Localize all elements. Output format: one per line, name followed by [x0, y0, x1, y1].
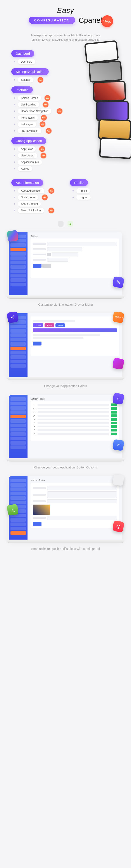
- magenta-swatch-icon: [113, 358, 124, 370]
- icon-glyph: ⤺: [33, 407, 36, 410]
- new-badge-icon: New: [46, 128, 51, 134]
- sidebar-item: [10, 283, 26, 286]
- item-chip: Send Notification: [18, 208, 44, 213]
- sidebar-item: [10, 355, 26, 359]
- bullet-icon: [14, 210, 15, 211]
- sidebar-item: [10, 518, 26, 522]
- sidebar-item: [10, 256, 26, 260]
- two-column-sections: App Information About Application New So…: [3, 175, 128, 213]
- item-chip: Application Info: [18, 159, 42, 165]
- page-root: Easy CONFIGURATION Cpanel Update Manage …: [0, 0, 131, 561]
- list-item: App Color New: [14, 146, 120, 152]
- sidebar-item: [10, 364, 26, 368]
- new-badge-icon: New: [48, 208, 54, 213]
- edit-button[interactable]: [111, 411, 117, 413]
- showcase-4: ◬ ◎ Push Notification: [9, 476, 122, 542]
- color-slider[interactable]: [33, 329, 117, 332]
- send-button[interactable]: [33, 522, 42, 526]
- bullet-icon: [14, 79, 15, 81]
- sidebar-item: [10, 501, 26, 504]
- list-item: Header Icon Navigation New: [14, 108, 120, 114]
- item-chip: About Application: [18, 188, 44, 193]
- sidebar-item: [10, 252, 26, 255]
- sidebar-item: [10, 437, 26, 440]
- sidebar-item: [10, 523, 26, 526]
- item-chip: Logout: [77, 195, 91, 200]
- edit-button[interactable]: [111, 407, 117, 410]
- new-badge-icon: New: [40, 121, 45, 127]
- app-info-items: About Application New Social Items New S…: [11, 188, 61, 213]
- item-chip: List Pages: [18, 122, 36, 127]
- sidebar-item: [10, 419, 26, 423]
- edit-button[interactable]: [111, 429, 117, 432]
- item-chip: User-Agent: [18, 153, 37, 158]
- list-item: Logout: [73, 195, 120, 200]
- new-badge-icon: New: [42, 194, 48, 200]
- section-head-config: Config Application: [11, 137, 46, 144]
- item-chip: Menu Items: [18, 115, 38, 120]
- item-chip: List Boarding: [18, 102, 39, 107]
- list-item: Share Content: [14, 201, 61, 207]
- save-button[interactable]: [33, 264, 42, 268]
- section-head-profile: Profile: [70, 179, 88, 186]
- interface-items: Splash Screen New List Boarding New Head…: [11, 95, 120, 133]
- caption-2: Change your Application Colors: [3, 384, 128, 388]
- bullet-icon: [14, 203, 15, 205]
- item-chip: Settings: [18, 77, 33, 83]
- edit-button[interactable]: [111, 433, 117, 435]
- edit-button[interactable]: [111, 414, 117, 417]
- color-tags: Primary Accent Button: [33, 323, 117, 327]
- bullet-icon: [14, 111, 15, 112]
- sidebar-item: [10, 441, 26, 444]
- apple-icon: [58, 221, 63, 227]
- tag: Accent: [45, 323, 54, 327]
- sidebar-item: [10, 338, 26, 341]
- admin-main: Edit List: [28, 232, 122, 296]
- cancel-button[interactable]: [42, 264, 51, 268]
- edit-button[interactable]: [111, 418, 117, 421]
- admin-card: [31, 483, 119, 528]
- list-item: Splash Screen New: [14, 95, 120, 101]
- bullet-icon: [73, 190, 74, 191]
- panel-title: Left Icon Header: [31, 398, 119, 400]
- list-item: Social Items New: [14, 195, 61, 200]
- sidebar-item: [10, 410, 26, 414]
- sidebar-item: [10, 527, 26, 530]
- configuration-pill: CONFIGURATION: [29, 17, 75, 24]
- admin-main: Left Icon Header ← ⤺ ⟵ A ✕ ⌂ ≡ ↗ ✎: [28, 395, 122, 458]
- edit-button[interactable]: [111, 425, 117, 428]
- admin-main: Primary Accent Button: [28, 313, 122, 377]
- save-button[interactable]: [33, 342, 42, 345]
- sidebar-item: [10, 278, 26, 282]
- sidebar-item: [10, 432, 26, 436]
- caption-3: Change your Logo Application ,Button Opt…: [3, 466, 128, 469]
- profile-column: Profile Profile Logout: [70, 175, 120, 213]
- subtitle: Manage your app content from Admin Panel…: [31, 33, 100, 42]
- new-badge-icon: New: [43, 102, 48, 107]
- edit-button[interactable]: [111, 422, 117, 424]
- admin-main: Push Notification: [28, 476, 122, 539]
- share-icon: [7, 311, 18, 323]
- tag: Primary: [33, 323, 43, 327]
- sidebar-item: [10, 329, 26, 333]
- list-item: User-Agent New: [14, 153, 120, 158]
- list-item: Profile: [73, 188, 120, 193]
- laptop-base: [7, 377, 124, 380]
- bullet-icon: [14, 97, 15, 99]
- sidebar-item: [10, 397, 26, 401]
- sidebar-item: [10, 428, 26, 432]
- list-item: Send Notification New: [14, 208, 61, 213]
- item-chip: Profile: [77, 188, 90, 193]
- list-item: List Pages New: [14, 122, 120, 127]
- item-chip: Tab Navigation: [18, 128, 41, 133]
- bullet-icon: [14, 168, 15, 169]
- android-icon: ◬: [7, 504, 18, 516]
- apple-icon: [113, 474, 124, 486]
- item-chip: App Color: [18, 146, 36, 152]
- laptop-preview: Left Icon Header ← ⤺ ⟵ A ✕ ⌂ ≡ ↗ ✎: [9, 395, 122, 458]
- item-chip: Dashbord: [18, 59, 35, 64]
- bullet-icon: [14, 155, 15, 156]
- bullet-icon: [14, 61, 15, 62]
- laptop-preview: Push Notification: [9, 476, 122, 539]
- edit-button[interactable]: [111, 403, 117, 406]
